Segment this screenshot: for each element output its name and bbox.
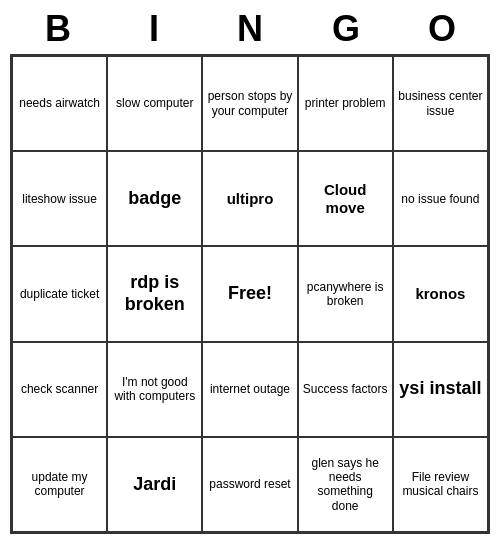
bingo-cell-17: internet outage <box>202 342 297 437</box>
bingo-cell-12: Free! <box>202 246 297 341</box>
title-o: O <box>402 8 482 50</box>
bingo-cell-1: slow computer <box>107 56 202 151</box>
bingo-cell-20: update my computer <box>12 437 107 532</box>
title-n: N <box>210 8 290 50</box>
bingo-cell-11: rdp is broken <box>107 246 202 341</box>
bingo-cell-19: ysi install <box>393 342 488 437</box>
bingo-cell-6: badge <box>107 151 202 246</box>
bingo-cell-10: duplicate ticket <box>12 246 107 341</box>
bingo-cell-9: no issue found <box>393 151 488 246</box>
bingo-cell-3: printer problem <box>298 56 393 151</box>
bingo-cell-2: person stops by your computer <box>202 56 297 151</box>
bingo-grid: needs airwatchslow computerperson stops … <box>10 54 490 534</box>
bingo-cell-15: check scanner <box>12 342 107 437</box>
bingo-cell-18: Success factors <box>298 342 393 437</box>
title-g: G <box>306 8 386 50</box>
bingo-cell-13: pcanywhere is broken <box>298 246 393 341</box>
bingo-cell-24: File review musical chairs <box>393 437 488 532</box>
bingo-cell-5: liteshow issue <box>12 151 107 246</box>
title-i: I <box>114 8 194 50</box>
bingo-cell-8: Cloud move <box>298 151 393 246</box>
bingo-cell-7: ultipro <box>202 151 297 246</box>
bingo-cell-22: password reset <box>202 437 297 532</box>
bingo-title: B I N G O <box>10 0 490 54</box>
bingo-cell-0: needs airwatch <box>12 56 107 151</box>
bingo-cell-21: Jardi <box>107 437 202 532</box>
bingo-cell-4: business center issue <box>393 56 488 151</box>
title-b: B <box>18 8 98 50</box>
bingo-cell-14: kronos <box>393 246 488 341</box>
bingo-cell-16: I'm not good with computers <box>107 342 202 437</box>
bingo-cell-23: glen says he needs something done <box>298 437 393 532</box>
